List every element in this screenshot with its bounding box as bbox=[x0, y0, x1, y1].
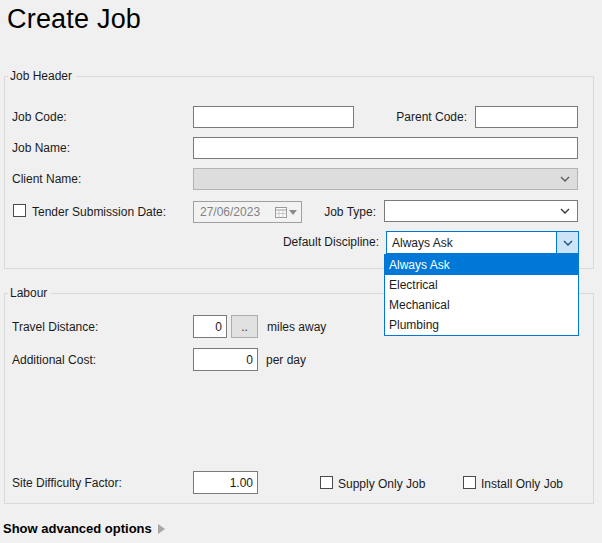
tender-date-value: 27/06/2023 bbox=[194, 205, 260, 219]
parent-code-input[interactable] bbox=[475, 106, 578, 128]
dropdown-option-electrical[interactable]: Electrical bbox=[385, 275, 578, 295]
chevron-down-icon bbox=[563, 240, 573, 246]
travel-distance-input[interactable] bbox=[193, 315, 227, 338]
tender-date-label: Tender Submission Date: bbox=[32, 205, 166, 219]
site-difficulty-label: Site Difficulty Factor: bbox=[12, 476, 122, 490]
parent-code-label: Parent Code: bbox=[385, 110, 467, 124]
date-dropdown-arrow-icon bbox=[289, 210, 297, 215]
job-code-input[interactable] bbox=[193, 106, 354, 128]
job-type-label: Job Type: bbox=[300, 205, 376, 219]
job-type-combobox[interactable] bbox=[384, 200, 578, 222]
job-header-legend: Job Header bbox=[8, 69, 76, 83]
chevron-down-icon bbox=[560, 176, 577, 182]
supply-only-label: Supply Only Job bbox=[338, 477, 425, 491]
discipline-dropdown-list: Always Ask Electrical Mechanical Plumbin… bbox=[384, 254, 579, 336]
default-discipline-combobox[interactable]: Always Ask bbox=[386, 231, 579, 254]
dropdown-option-mechanical[interactable]: Mechanical bbox=[385, 295, 578, 315]
page-title: Create Job bbox=[7, 4, 141, 35]
client-name-combobox bbox=[193, 168, 578, 190]
tender-date-checkbox[interactable] bbox=[13, 204, 26, 217]
travel-distance-browse-button[interactable]: .. bbox=[231, 315, 258, 338]
labour-legend: Labour bbox=[8, 286, 51, 300]
travel-distance-label: Travel Distance: bbox=[12, 320, 98, 334]
calendar-icon bbox=[275, 207, 287, 218]
per-day-label: per day bbox=[266, 353, 306, 367]
install-only-label: Install Only Job bbox=[481, 477, 563, 491]
combo-dropdown-button[interactable] bbox=[556, 232, 578, 253]
expand-arrow-icon bbox=[158, 524, 165, 534]
default-discipline-value: Always Ask bbox=[387, 236, 453, 250]
chevron-down-icon bbox=[560, 208, 577, 214]
miles-away-label: miles away bbox=[267, 320, 326, 334]
job-code-label: Job Code: bbox=[12, 110, 67, 124]
additional-cost-input[interactable] bbox=[193, 348, 258, 371]
default-discipline-label: Default Discipline: bbox=[255, 235, 379, 249]
dropdown-option-plumbing[interactable]: Plumbing bbox=[385, 315, 578, 335]
dropdown-option-always-ask[interactable]: Always Ask bbox=[385, 255, 578, 275]
additional-cost-label: Additional Cost: bbox=[12, 353, 96, 367]
supply-only-checkbox[interactable] bbox=[320, 476, 333, 489]
job-name-label: Job Name: bbox=[12, 141, 70, 155]
client-name-label: Client Name: bbox=[12, 172, 81, 186]
show-advanced-options-label: Show advanced options bbox=[3, 521, 152, 536]
job-name-input[interactable] bbox=[193, 137, 578, 159]
install-only-checkbox[interactable] bbox=[463, 476, 476, 489]
tender-date-picker: 27/06/2023 bbox=[193, 201, 302, 223]
site-difficulty-input[interactable] bbox=[193, 471, 258, 494]
show-advanced-options-link[interactable]: Show advanced options bbox=[3, 521, 165, 536]
